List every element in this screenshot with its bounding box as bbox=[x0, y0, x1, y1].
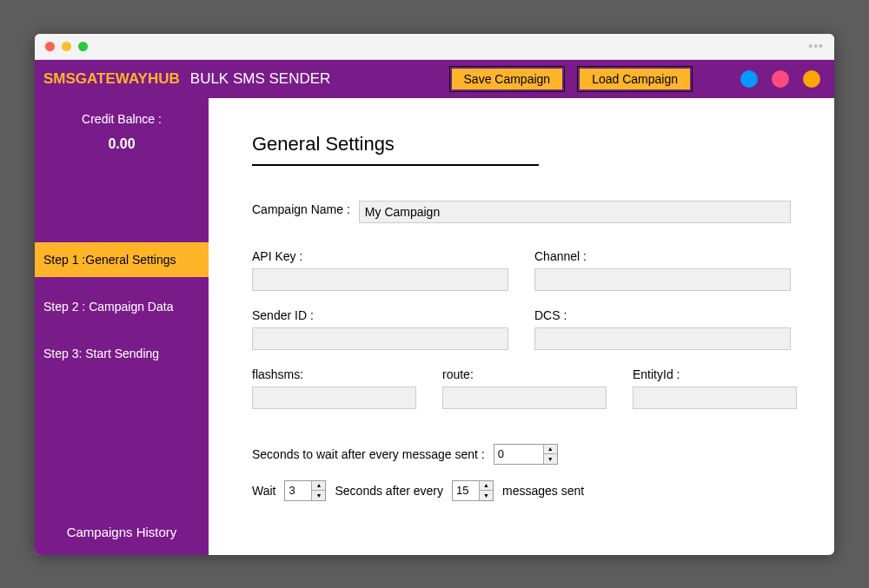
messages-count-up[interactable]: ▲ bbox=[480, 481, 493, 492]
app-window: ••• SMSGATEWAYHUB BULK SMS SENDER Save C… bbox=[35, 34, 834, 555]
sidebar-step-campaign-data[interactable]: Step 2 : Campaign Data bbox=[35, 289, 209, 324]
channel-input[interactable] bbox=[534, 268, 791, 291]
delay-per-message-label: Seconds to wait after every message sent… bbox=[252, 447, 485, 461]
campaign-name-label: Campaign Name : bbox=[252, 202, 350, 216]
load-campaign-button[interactable]: Load Campaign bbox=[578, 67, 692, 91]
dcs-input[interactable] bbox=[534, 327, 791, 350]
entityid-label: EntityId : bbox=[633, 367, 797, 381]
entityid-input[interactable] bbox=[633, 386, 797, 409]
messages-count-down[interactable]: ▼ bbox=[480, 491, 493, 500]
theme-orange-dot[interactable] bbox=[803, 70, 820, 88]
logo-primary: SMSGATEWAYHUB bbox=[43, 70, 180, 88]
api-key-label: API Key : bbox=[252, 249, 508, 263]
seconds-after-label: Seconds after every bbox=[335, 484, 443, 498]
wait-seconds-down[interactable]: ▼ bbox=[312, 491, 325, 500]
delay-per-message-spinner: ▲ ▼ bbox=[494, 444, 558, 465]
traffic-lights bbox=[45, 42, 88, 51]
theme-dots bbox=[740, 70, 820, 88]
wait-seconds-input[interactable] bbox=[285, 481, 311, 500]
wait-seconds-spinner: ▲ ▼ bbox=[284, 480, 326, 501]
route-label: route: bbox=[442, 367, 607, 381]
credit-balance-label: Credit Balnce : bbox=[35, 112, 209, 126]
content-area: General Settings Campaign Name : API Key… bbox=[209, 98, 834, 555]
credit-balance-box: Credit Balnce : 0.00 bbox=[35, 98, 209, 173]
section-title: General Settings bbox=[252, 133, 539, 166]
sidebar-step-general-settings[interactable]: Step 1 :General Settings bbox=[35, 242, 209, 277]
maximize-window-button[interactable] bbox=[78, 42, 88, 51]
messages-count-input[interactable] bbox=[453, 481, 479, 500]
titlebar: ••• bbox=[35, 34, 834, 60]
messages-count-spinner: ▲ ▼ bbox=[452, 480, 494, 501]
sidebar-step-start-sending[interactable]: Step 3: Start Sending bbox=[35, 336, 209, 371]
delay-per-message-down[interactable]: ▼ bbox=[544, 454, 557, 464]
step-list: Step 1 :General Settings Step 2 : Campai… bbox=[35, 242, 209, 371]
api-key-input[interactable] bbox=[252, 268, 508, 291]
dcs-label: DCS : bbox=[534, 308, 791, 322]
sender-id-input[interactable] bbox=[252, 327, 508, 350]
save-campaign-button[interactable]: Save Campaign bbox=[450, 67, 565, 91]
messages-sent-label: messages sent bbox=[502, 484, 584, 498]
delay-per-message-up[interactable]: ▲ bbox=[544, 445, 557, 455]
flashsms-input[interactable] bbox=[252, 386, 416, 409]
wait-seconds-up[interactable]: ▲ bbox=[312, 481, 325, 492]
campaigns-history-link[interactable]: Campaigns History bbox=[35, 509, 209, 555]
app-header: SMSGATEWAYHUB BULK SMS SENDER Save Campa… bbox=[35, 60, 834, 98]
credit-balance-value: 0.00 bbox=[35, 136, 209, 152]
logo-secondary: BULK SMS SENDER bbox=[190, 70, 331, 88]
delay-per-message-input[interactable] bbox=[494, 445, 543, 464]
sidebar: Credit Balnce : 0.00 Step 1 :General Set… bbox=[35, 98, 209, 555]
theme-pink-dot[interactable] bbox=[772, 70, 789, 88]
flashsms-label: flashsms: bbox=[252, 367, 416, 381]
route-input[interactable] bbox=[442, 386, 607, 409]
campaign-name-input[interactable] bbox=[359, 201, 791, 223]
minimize-window-button[interactable] bbox=[62, 42, 71, 51]
close-window-button[interactable] bbox=[45, 42, 55, 51]
theme-blue-dot[interactable] bbox=[740, 70, 758, 88]
window-menu-icon[interactable]: ••• bbox=[808, 39, 824, 53]
wait-label: Wait bbox=[252, 484, 275, 498]
sender-id-label: Sender ID : bbox=[252, 308, 508, 322]
channel-label: Channel : bbox=[534, 249, 791, 263]
